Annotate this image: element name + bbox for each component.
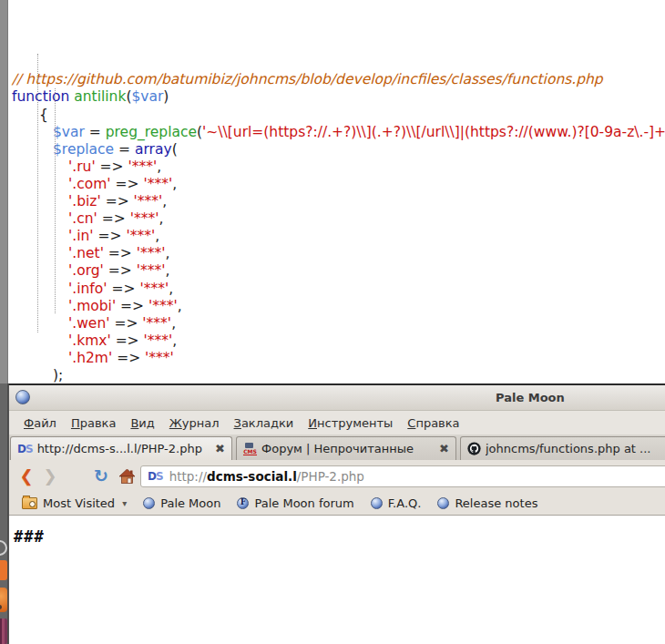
cms-favicon-icon: CMS xyxy=(243,442,257,455)
launcher-top-segment xyxy=(0,0,8,383)
code-line: '.h2m' => '***' xyxy=(12,350,665,367)
palemoon-logo-icon xyxy=(15,390,30,404)
bookmark-label: Most Visited xyxy=(43,496,115,510)
site-favicon-ds: DS xyxy=(148,471,163,482)
folder-icon xyxy=(22,497,37,509)
menu-bar: ФайлПравкаВидЖурналЗакладкиИнструментыСп… xyxy=(9,411,665,434)
code-line: '.biz' => '***', xyxy=(12,193,665,210)
launcher-bottom-segment xyxy=(0,383,8,644)
code-line: '.wen' => '***', xyxy=(12,315,665,332)
url-domain: dcms-social.l xyxy=(207,469,297,484)
code-line: '.org' => '***', xyxy=(12,262,665,280)
globe-icon xyxy=(143,497,155,509)
github-favicon-icon xyxy=(467,442,481,455)
menu-вид[interactable]: Вид xyxy=(123,416,161,430)
menu-инструменты[interactable]: Инструменты xyxy=(301,416,400,430)
screen: // https://github.com/batumibiz/johncms/… xyxy=(0,0,665,644)
back-button[interactable]: ❮ xyxy=(15,468,38,485)
menu-правка[interactable]: Правка xyxy=(64,416,123,430)
ds-favicon-icon: DS xyxy=(17,444,33,455)
code-line: '.mobi' => '***', xyxy=(12,298,665,315)
page-content: ### xyxy=(9,516,665,644)
indent-guide xyxy=(37,54,38,332)
bookmark-label: Pale Moon xyxy=(160,496,220,510)
home-icon xyxy=(118,469,136,484)
bookmark-release-notes[interactable]: Release notes xyxy=(429,496,546,510)
url-scheme: http:// xyxy=(169,469,207,484)
code-line: function antilink($var) xyxy=(12,88,665,106)
menu-файл[interactable]: Файл xyxy=(16,416,64,430)
tab-3[interactable]: johncms/functions.php at ... xyxy=(460,436,665,460)
tab-2[interactable]: CMSФорум | Непрочитанные✖ xyxy=(236,436,456,460)
bookmark-label: F.A.Q. xyxy=(388,496,422,510)
bookmark-pale-moon[interactable]: Pale Moon xyxy=(135,496,229,510)
launcher-app-icon[interactable] xyxy=(0,560,7,580)
code-line: '.info' => '***', xyxy=(12,281,665,298)
menu-справка[interactable]: Справка xyxy=(400,416,466,430)
chevron-down-icon: ▾ xyxy=(122,498,127,508)
tab-1[interactable]: DShttp://dcms-s...l.l/PHP-2.php✖ xyxy=(10,436,232,460)
tab-bar: DShttp://dcms-s...l.l/PHP-2.php✖CMSФорум… xyxy=(9,434,665,460)
globe-icon xyxy=(371,497,383,509)
menu-закладки[interactable]: Закладки xyxy=(227,416,302,430)
tab-close-icon[interactable]: ✖ xyxy=(439,443,449,455)
code-line: '.kmx' => '***', xyxy=(12,332,665,350)
code-line: $var = preg_replace('~\\[url=(https?://.… xyxy=(12,124,665,141)
bookmarks-toolbar: Most Visited▾Pale MoonFPale Moon forumF.… xyxy=(9,492,665,516)
bookmark-label: Release notes xyxy=(455,496,537,510)
forum-f-icon: F xyxy=(238,497,248,506)
launcher-app-icon[interactable] xyxy=(0,588,7,612)
bookmark-f-a-q-[interactable]: F.A.Q. xyxy=(363,496,430,510)
tab-close-icon[interactable]: ✖ xyxy=(215,443,225,455)
code-line: '.com' => '***', xyxy=(12,176,665,193)
bookmark-label: Pale Moon forum xyxy=(254,496,353,510)
globe-icon xyxy=(437,497,449,509)
forward-button[interactable]: ❯ xyxy=(38,468,62,485)
ds-favicon-icon: DS xyxy=(148,470,163,483)
code-line: '.cn' => '***', xyxy=(12,210,665,228)
url-path: /PHP-2.php xyxy=(297,469,364,484)
bookmark-most-visited[interactable]: Most Visited▾ xyxy=(14,496,135,510)
menu-журнал[interactable]: Журнал xyxy=(162,416,227,430)
indent-guide xyxy=(55,88,56,313)
launcher-app-icon[interactable] xyxy=(0,618,7,644)
bookmark-pale-moon-forum[interactable]: FPale Moon forum xyxy=(229,496,362,510)
tab-title: Форум | Непрочитанные xyxy=(261,442,435,455)
code-line: { xyxy=(12,107,665,124)
code-line: '.net' => '***', xyxy=(12,245,665,262)
code-line: '.ru' => '***', xyxy=(12,158,665,176)
page-text: ### xyxy=(14,527,45,546)
php-code-pane: // https://github.com/batumibiz/johncms/… xyxy=(8,0,665,383)
navigation-toolbar: ❮ ❯ ↻ DS http://dcms-social.l/PHP-2.php xyxy=(9,460,665,492)
code-line: // https://github.com/batumibiz/johncms/… xyxy=(12,71,665,88)
code-line: '.in' => '***', xyxy=(12,228,665,245)
reload-button[interactable]: ↻ xyxy=(89,467,113,485)
code-line: $replace = array( xyxy=(12,141,665,158)
tab-title: http://dcms-s...l.l/PHP-2.php xyxy=(37,442,210,455)
globe-icon: F xyxy=(237,497,249,509)
window-title: Pale Moon xyxy=(496,391,565,404)
home-button[interactable] xyxy=(113,469,140,484)
url-bar[interactable]: DS http://dcms-social.l/PHP-2.php xyxy=(140,465,665,487)
url-text: http://dcms-social.l/PHP-2.php xyxy=(169,469,364,484)
tab-title: johncms/functions.php at ... xyxy=(486,442,665,455)
unity-launcher-strip xyxy=(0,0,8,644)
code-line: ); xyxy=(12,367,665,383)
launcher-app-icon[interactable] xyxy=(0,540,7,556)
window-titlebar[interactable]: Pale Moon xyxy=(9,385,665,411)
browser-window: Pale Moon ФайлПравкаВидЖурналЗакладкиИнс… xyxy=(8,383,665,644)
